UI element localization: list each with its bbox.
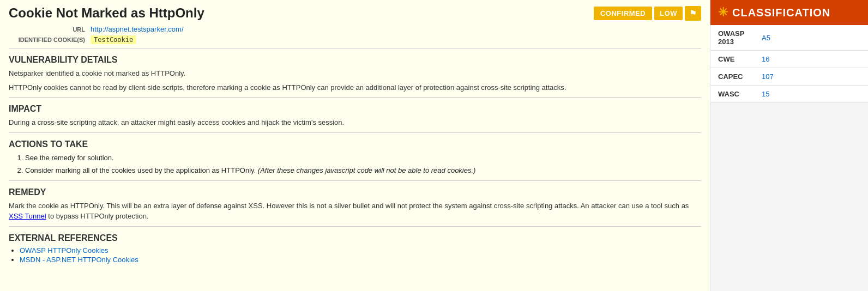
remedy-title: REMEDY [9, 187, 701, 197]
badge-row: CONFIRMED LOW ⚑ [594, 6, 701, 21]
impact-title: IMPACT [9, 104, 701, 114]
url-link[interactable]: http://aspnet.testsparker.com/ [91, 25, 184, 33]
confirmed-badge: CONFIRMED [594, 7, 652, 20]
remedy-link[interactable]: XSS Tunnel [9, 212, 46, 220]
asterisk-icon: ✳ [718, 5, 728, 20]
top-bar: Cookie Not Marked as HttpOnly CONFIRMED … [9, 5, 701, 21]
vulnerability-para2: HTTPOnly cookies cannot be read by clien… [9, 82, 701, 93]
remedy-text-after: to bypass HTTPOnly protection. [46, 212, 149, 220]
capec-value: 107 [754, 68, 868, 86]
cookie-badge: TestCookie [91, 35, 136, 44]
low-badge: LOW [654, 7, 683, 20]
cwe-value-link[interactable]: 16 [762, 55, 769, 63]
page-title: Cookie Not Marked as HttpOnly [9, 5, 204, 21]
wasc-value: 15 [754, 86, 868, 103]
url-value: http://aspnet.testsparker.com/ [91, 25, 184, 33]
owasp-value-link[interactable]: A5 [762, 34, 770, 42]
external-references-title: EXTERNAL REFERENCES [9, 233, 701, 243]
action-item-2-italic: (After these changes javascript code wil… [258, 166, 476, 174]
table-row: OWASP 2013 A5 [710, 25, 868, 51]
classification-sidebar: ✳ CLASSIFICATION OWASP 2013 A5 CWE 16 [710, 0, 868, 291]
url-row: URL http://aspnet.testsparker.com/ [9, 25, 701, 33]
remedy-section: REMEDY Mark the cookie as HTTPOnly. This… [9, 187, 701, 222]
cookie-label: IDENTIFIED COOKIE(S) [9, 37, 91, 43]
classification-title: CLASSIFICATION [732, 7, 830, 19]
external-links-list: OWASP HTTPOnly Cookies MSDN - ASP.NET HT… [20, 246, 701, 264]
capec-label: CAPEC [710, 68, 754, 86]
action-item-1: See the remedy for solution. [25, 153, 701, 163]
list-item: MSDN - ASP.NET HTTPOnly Cookies [20, 256, 701, 264]
cookie-row: IDENTIFIED COOKIE(S) TestCookie [9, 35, 701, 44]
wasc-value-link[interactable]: 15 [762, 90, 769, 98]
classification-header: ✳ CLASSIFICATION [710, 0, 868, 25]
owasp-link[interactable]: OWASP HTTPOnly Cookies [20, 246, 108, 254]
divider-3 [9, 132, 701, 133]
vulnerability-para1: Netsparker identified a cookie not marke… [9, 68, 701, 79]
table-row: CAPEC 107 [710, 68, 868, 86]
flag-icon: ⚑ [685, 6, 701, 21]
wasc-label: WASC [710, 86, 754, 103]
impact-text: During a cross-site scripting attack, an… [9, 117, 701, 128]
cwe-value: 16 [754, 51, 868, 68]
vulnerability-title: VULNERABILITY DETAILS [9, 55, 701, 65]
remedy-text: Mark the cookie as HTTPOnly. This will b… [9, 201, 701, 222]
url-label: URL [9, 26, 91, 33]
divider-1 [9, 48, 701, 48]
actions-title: ACTIONS TO TAKE [9, 140, 701, 149]
table-row: WASC 15 [710, 86, 868, 103]
remedy-text-before: Mark the cookie as HTTPOnly. This will b… [9, 202, 689, 210]
owasp-value: A5 [754, 25, 868, 51]
divider-5 [9, 226, 701, 227]
external-references-section: EXTERNAL REFERENCES OWASP HTTPOnly Cooki… [9, 233, 701, 264]
impact-section: IMPACT During a cross-site scripting att… [9, 104, 701, 128]
list-item: OWASP HTTPOnly Cookies [20, 246, 701, 254]
divider-4 [9, 180, 701, 181]
divider-2 [9, 97, 701, 98]
cwe-label: CWE [710, 51, 754, 68]
cookie-value: TestCookie [91, 35, 136, 44]
action-item-1-text: See the remedy for solution. [25, 154, 114, 162]
action-item-2: Consider marking all of the cookies used… [25, 165, 701, 176]
actions-section: ACTIONS TO TAKE See the remedy for solut… [9, 140, 701, 176]
table-row: CWE 16 [710, 51, 868, 68]
capec-value-link[interactable]: 107 [762, 72, 774, 81]
main-content: Cookie Not Marked as HttpOnly CONFIRMED … [0, 0, 710, 291]
actions-list: See the remedy for solution. Consider ma… [25, 153, 701, 176]
msdn-link[interactable]: MSDN - ASP.NET HTTPOnly Cookies [20, 256, 138, 264]
classification-table: OWASP 2013 A5 CWE 16 CAPEC 107 [710, 25, 868, 103]
owasp-label: OWASP 2013 [710, 25, 754, 51]
action-item-2-normal: Consider marking all of the cookies used… [25, 166, 258, 174]
vulnerability-section: VULNERABILITY DETAILS Netsparker identif… [9, 55, 701, 93]
